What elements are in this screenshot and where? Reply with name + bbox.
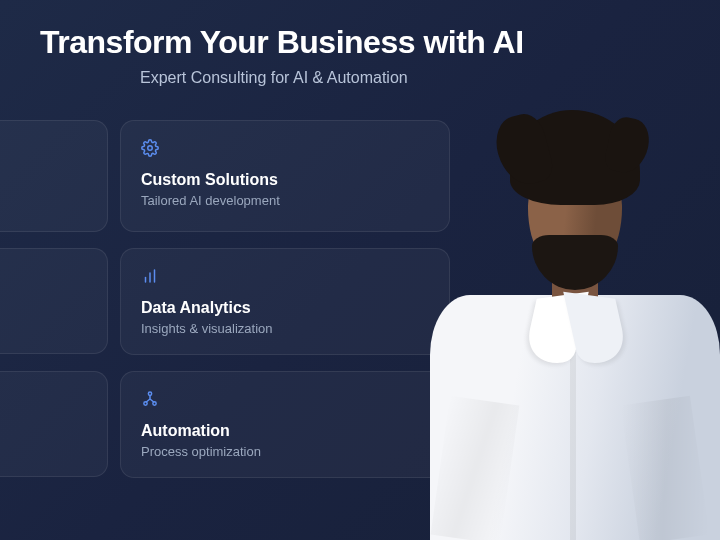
card-title: Data Analytics [141,299,429,317]
feature-cards: Custom Solutions Tailored AI development… [0,120,470,494]
card-row: Automation Process optimization [0,371,470,478]
svg-point-0 [148,146,153,151]
feature-card-data-analytics[interactable]: Data Analytics Insights & visualization [120,248,450,355]
settings-icon [141,139,429,161]
card-description: Insights & visualization [141,321,429,336]
feature-card-automation[interactable]: Automation Process optimization [120,371,450,478]
card-row: Data Analytics Insights & visualization [0,248,470,355]
card-description: Process optimization [141,444,429,459]
page-subtitle: Expert Consulting for AI & Automation [140,69,680,87]
card-title: Automation [141,422,429,440]
page-title: Transform Your Business with AI [40,24,680,61]
workflow-icon [141,390,429,412]
card-row: Custom Solutions Tailored AI development [0,120,470,232]
bar-chart-icon [141,267,429,289]
card-stub [0,371,108,477]
feature-card-custom-solutions[interactable]: Custom Solutions Tailored AI development [120,120,450,232]
person-portrait [410,100,720,540]
hero-header: Transform Your Business with AI Expert C… [0,0,720,95]
card-title: Custom Solutions [141,171,429,189]
card-description: Tailored AI development [141,193,429,208]
card-stub [0,248,108,354]
card-stub [0,120,108,232]
